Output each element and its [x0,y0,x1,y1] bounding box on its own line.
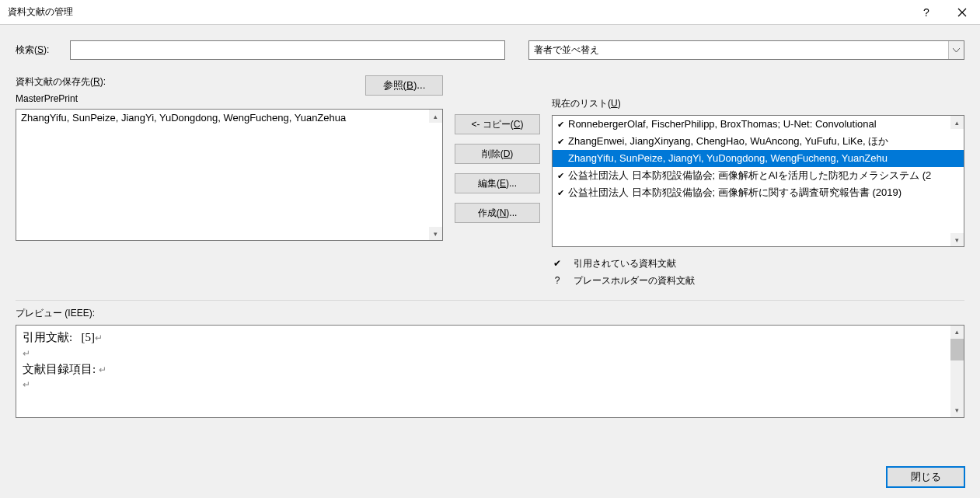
dialog-title: 資料文献の管理 [8,5,909,19]
search-label: 検索(S): [16,44,62,57]
scroll-down-icon[interactable]: ▾ [950,233,964,246]
master-listbox[interactable]: ▴ ZhangYifu, SunPeize, JiangYi, YuDongdo… [16,109,443,241]
list-item-text: ZhangEnwei, JiangXinyang, ChengHao, WuAn… [568,134,888,149]
check-icon: ✔ [557,134,565,149]
scroll-down-icon[interactable]: ▾ [429,227,442,240]
search-row: 検索(S): 著者で並べ替え [16,40,964,60]
preview-scrollbar[interactable]: ▴ ▾ [950,326,964,417]
lists-row: 資料文献の保存先(R): MasterPrePrint 参照(B)... ▴ Z… [16,75,964,247]
dialog-footer: 閉じる [0,459,980,498]
list-item-text: 公益社団法人 日本防犯設備協会; 画像解析に関する調査研究報告書 (2019) [568,185,902,200]
scroll-down-icon[interactable]: ▾ [950,404,964,417]
current-listbox[interactable]: ▴ ✔RonnebergerOlaf, FischerPhilipp, Brox… [552,115,964,247]
chevron-down-icon [948,41,964,59]
return-mark-icon: ↵ [99,364,106,375]
store-header: 資料文献の保存先(R): MasterPrePrint 参照(B)... [16,75,443,104]
list-item-text: ZhangYifu, SunPeize, JiangYi, YuDongdong… [568,151,888,166]
action-column: <- コピー(C) 削除(D) 編集(E)... 作成(N)... [455,75,540,247]
list-item-text: 公益社団法人 日本防犯設備協会; 画像解析とAIを活用した防犯カメラシステム (… [568,168,931,183]
close-button[interactable]: 閉じる [887,467,964,487]
preview-box: 引用文献: [5]↵ ↵ 文献目録項目: ↵ ↵ ▴ ▾ [16,325,964,418]
legend-placeholder: ? プレースホルダーの資料文献 [552,272,964,289]
delete-button[interactable]: 削除(D) [455,144,540,164]
list-item[interactable]: ✔RonnebergerOlaf, FischerPhilipp, BroxTh… [553,116,964,133]
check-icon: ✔ [557,117,565,132]
return-mark-icon: ↵ [23,378,957,392]
preview-citation-line: 引用文献: [5]↵ [23,329,957,347]
new-button[interactable]: 作成(N)... [455,203,540,223]
list-item[interactable]: ✔ZhangEnwei, JiangXinyang, ChengHao, WuA… [553,133,964,150]
return-mark-icon: ↵ [23,347,957,360]
check-icon: ✔ [552,255,563,272]
check-icon: ✔ [557,168,565,183]
legend: ✔ 引用されている資料文献 ? プレースホルダーの資料文献 [552,255,964,289]
edit-button[interactable]: 編集(E)... [455,173,540,193]
store-label: 資料文献の保存先(R): [16,75,106,89]
list-item-text: RonnebergerOlaf, FischerPhilipp, BroxTho… [568,117,877,132]
divider [16,300,964,301]
list-item[interactable]: ZhangYifu, SunPeize, JiangYi, YuDongdong… [16,110,442,127]
scroll-up-icon[interactable]: ▴ [950,326,964,339]
sort-dropdown[interactable]: 著者で並べ替え [528,40,965,60]
copy-button[interactable]: <- コピー(C) [455,114,540,134]
close-icon[interactable] [944,0,980,25]
scroll-up-icon[interactable]: ▴ [429,110,442,123]
search-input[interactable] [70,40,505,60]
browse-button[interactable]: 参照(B)... [365,75,443,96]
master-column: 資料文献の保存先(R): MasterPrePrint 参照(B)... ▴ Z… [16,75,443,247]
legend-cited: ✔ 引用されている資料文献 [552,255,964,272]
preview-biblio-line: 文献目録項目: ↵ [23,360,957,378]
dialog-content: 検索(S): 著者で並べ替え 資料文献の保存先(R): MasterPrePri… [0,25,980,459]
current-column: 現在のリスト(U) ▴ ✔RonnebergerOlaf, FischerPhi… [552,75,964,247]
sort-value: 著者で並べ替え [534,44,599,57]
check-icon: ✔ [557,185,565,200]
titlebar: 資料文献の管理 ? [0,0,980,25]
return-mark-icon: ↵ [95,333,103,343]
help-button[interactable]: ? [909,0,944,25]
scroll-up-icon[interactable]: ▴ [950,116,964,129]
list-item[interactable]: ✔公益社団法人 日本防犯設備協会; 画像解析に関する調査研究報告書 (2019) [553,184,964,201]
scrollbar-thumb[interactable] [950,339,964,360]
list-item[interactable]: ZhangYifu, SunPeize, JiangYi, YuDongdong… [553,150,964,167]
question-icon: ? [552,272,563,289]
source-manager-dialog: 資料文献の管理 ? 検索(S): 著者で並べ替え [0,0,980,498]
current-label: 現在のリスト(U) [552,97,964,110]
preview-label: プレビュー (IEEE): [16,307,964,320]
master-name: MasterPrePrint [16,93,106,104]
list-item[interactable]: ✔公益社団法人 日本防犯設備協会; 画像解析とAIを活用した防犯カメラシステム … [553,167,964,184]
